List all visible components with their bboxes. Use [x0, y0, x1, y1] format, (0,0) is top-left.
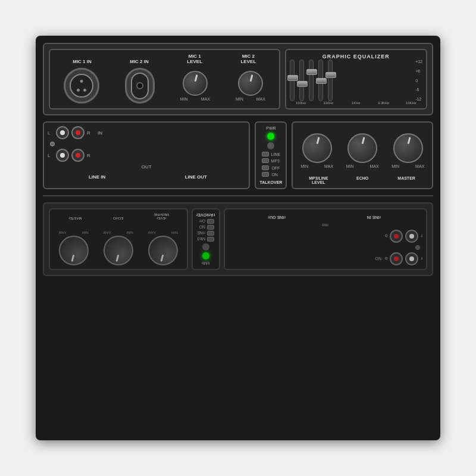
refl-knob1-dial	[148, 236, 178, 265]
connector-row: MIN MAX MIN MAX	[54, 68, 275, 104]
in-row: L R IN	[48, 126, 245, 139]
xlr-pin-3	[83, 89, 86, 92]
refl-echo-lbl: ECHO	[97, 213, 140, 220]
line-in-label: LINE IN	[48, 174, 146, 180]
refl-sw4-icon	[207, 219, 214, 224]
refl-max3: XAM	[59, 231, 67, 234]
refl-max1: XAM	[148, 231, 156, 234]
off-switch-label: OFF	[271, 166, 280, 170]
eq-slider-1khz[interactable]	[309, 60, 314, 101]
eq-title: GRAPHIC EQUALIZER	[290, 54, 423, 60]
separator	[43, 195, 433, 196]
eq-slider-3.3khz[interactable]	[318, 60, 323, 101]
xlr-connector[interactable]	[64, 68, 99, 104]
refl-knob2: NIM XAM	[104, 231, 133, 265]
trs-hole	[136, 82, 143, 89]
mp3-switch-icon[interactable]	[262, 158, 269, 163]
line-switch: LINE	[262, 152, 281, 156]
refl-sw1-label: Mb3	[197, 237, 205, 242]
knobs-row: MIN MAX MIN MAX MIN MAX	[296, 126, 428, 175]
echo-label: ECHO	[340, 176, 384, 184]
eq-body: +12 +6 0 -6 -12	[290, 60, 423, 101]
trs-inner	[131, 73, 149, 99]
middle-panel: L R IN L	[43, 121, 433, 189]
xlr-pin-1	[80, 80, 83, 83]
refl-sw1-icon	[207, 237, 214, 242]
eq-thumb-10khz[interactable]	[325, 72, 336, 78]
rca-in-right[interactable]	[71, 126, 84, 139]
refl-screw-icon	[415, 245, 420, 250]
refl-sw1: Mb3	[197, 237, 214, 242]
eq-freq-3.3k: 3.3KHz	[372, 101, 394, 105]
rca-out-right[interactable]	[71, 149, 84, 162]
knob-bottom-labels: MP3/LINELEVEL ECHO MASTER	[296, 175, 428, 184]
refl-rca-out-r	[390, 230, 403, 243]
eq-sliders	[290, 60, 411, 101]
mic2-max-label: MAX	[256, 97, 265, 101]
mp3-switch-label: MP3	[271, 159, 280, 163]
pwr-label: PWR	[266, 126, 275, 130]
eq-thumb-330hz[interactable]	[297, 81, 308, 87]
refl-max2: XAM	[104, 231, 111, 234]
eq-freq-1k: 1KHz	[345, 101, 367, 105]
eq-thumb-100hz[interactable]	[287, 75, 298, 81]
refl-sw4: Orr	[197, 219, 214, 224]
rca-in-left[interactable]	[56, 126, 69, 139]
in-text: IN	[98, 130, 102, 136]
refl-rca-in-l-center	[409, 256, 414, 261]
reflection-panel: r b NO r	[43, 202, 433, 276]
eq-slider-330hz[interactable]	[299, 60, 304, 101]
rca-center-in-l	[60, 130, 65, 135]
eq-freq-10k: 10KHz	[400, 101, 422, 105]
refl-rca-in-r-center	[394, 256, 399, 261]
eq-freqs: 100Hz 330Hz 1KHz 3.3KHz 10KHz	[290, 101, 423, 105]
eq-slider-10khz[interactable]	[328, 60, 333, 101]
line-switch-icon[interactable]	[262, 152, 269, 156]
xlr-pin-2	[77, 89, 80, 92]
mp3-switch: MP3	[262, 158, 281, 163]
echo-min: MIN	[346, 164, 354, 168]
eq-thumb-1khz[interactable]	[306, 69, 317, 75]
refl-talkover-label: rArkOVEr	[196, 213, 215, 217]
off-switch: OFF	[262, 165, 280, 170]
out-row: L R	[48, 149, 245, 162]
refl-rca-out-l-center	[409, 234, 414, 239]
mic1-level-knob[interactable]	[183, 71, 208, 96]
master-min: MIN	[392, 164, 399, 168]
switch-group: LINE MP3	[262, 152, 281, 163]
refl-master-lbl: MASTEr	[54, 213, 97, 220]
eq-thumb-3.3khz[interactable]	[316, 78, 327, 84]
mp3line-knob[interactable]	[302, 133, 332, 163]
eq-scale: +12 +6 0 -6 -12	[413, 60, 422, 101]
out-label-l: L	[48, 153, 54, 158]
mic-labels-row: MIC 1 IN MIC 2 IN MIC 1LEVEL MIC 2LEVEL	[54, 54, 275, 65]
talkover-button[interactable]	[267, 142, 274, 149]
refl-mp3line-lbl: rEVErMb3\rINE	[140, 213, 183, 220]
mic1-level-knob-block: MIN MAX	[180, 71, 210, 101]
line-switch-label: LINE	[271, 152, 281, 156]
refl-sw2-icon	[207, 231, 214, 236]
refl-sw2-label: rINE	[197, 231, 205, 236]
line-out-label: LINE OUT	[146, 174, 245, 180]
refl-bottom-labels: rINE IN rINE OUr	[228, 215, 422, 220]
refl-switches: Mb3 rINE NO Orr	[197, 219, 214, 242]
mic1-min-label: MIN	[180, 97, 188, 101]
reflection-knobs: NIM XAM NIM XAM NIM XAM	[49, 208, 188, 270]
reflection-line-io: r b NO r	[224, 208, 427, 270]
on-switch-icon[interactable]	[262, 172, 269, 177]
refl-screw	[228, 245, 422, 250]
refl-pwr: bMb	[202, 261, 210, 265]
rca-center-in-r	[76, 130, 80, 135]
eq-slider-100hz[interactable]	[290, 60, 295, 101]
master-knob[interactable]	[393, 133, 423, 163]
mic2-level-knob[interactable]	[238, 71, 263, 96]
reflection-talkover: bMb Mb3 rINE NO Orr	[192, 208, 220, 270]
echo-knob[interactable]	[347, 133, 377, 163]
rca-out-left[interactable]	[56, 149, 69, 162]
refl-minmax1: NIM XAM	[148, 231, 178, 234]
off-switch-icon[interactable]	[262, 165, 269, 170]
refl-knob1: NIM XAM	[148, 231, 178, 265]
trs-connector[interactable]	[125, 68, 155, 104]
mic1-max-label: MAX	[201, 97, 210, 101]
knobs-right-panel: MIN MAX MIN MAX MIN MAX	[292, 121, 433, 189]
